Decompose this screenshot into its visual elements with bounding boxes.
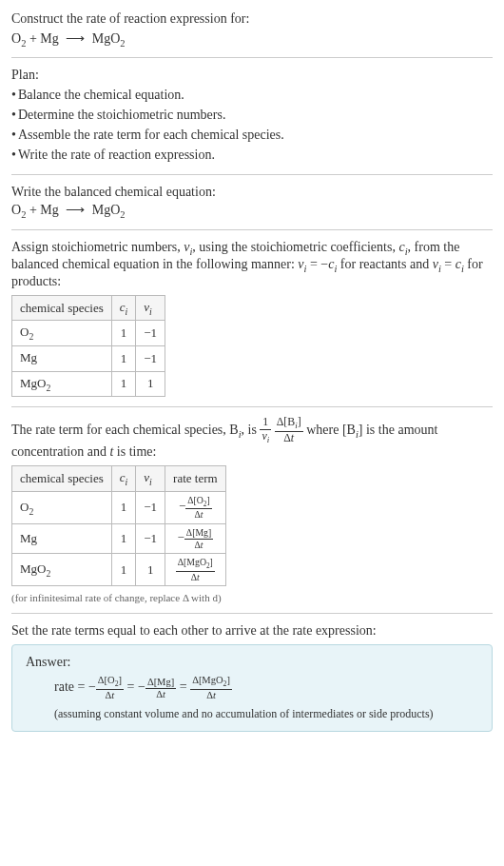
prompt-equation: O2 + Mg ⟶ MgO2 — [11, 30, 493, 49]
bullet-icon: • — [11, 128, 16, 142]
fraction: Δ[MgO2] Δt — [190, 676, 232, 700]
table-header-row: chemical species ci νi rate term — [12, 466, 226, 492]
plan-item: •Assemble the rate term for each chemica… — [11, 125, 493, 145]
bullet-icon: • — [11, 88, 16, 102]
rateterm-section: The rate term for each chemical species,… — [11, 417, 493, 603]
answer-rate-expression: rate = − Δ[O2] Δt = − Δ[Mg] Δt = Δ[MgO2]… — [54, 676, 478, 700]
arrow-icon: ⟶ — [66, 30, 85, 47]
stoich-section: Assign stoichiometric numbers, νi, using… — [11, 240, 493, 397]
rateterm-footnote: (for infinitesimal rate of change, repla… — [11, 592, 493, 603]
divider — [11, 613, 493, 614]
table-header-row: chemical species ci νi — [12, 295, 165, 321]
bullet-icon: • — [11, 148, 16, 162]
col-nui: νi — [136, 466, 165, 492]
answer-label: Answer: — [26, 655, 478, 670]
fraction: Δ[O2] Δt — [185, 496, 211, 520]
answer-box: Answer: rate = − Δ[O2] Δt = − Δ[Mg] Δt =… — [11, 644, 493, 731]
fraction: Δ[Mg] Δt — [184, 528, 213, 550]
col-ci: ci — [111, 466, 136, 492]
col-ci: ci — [111, 295, 136, 321]
prompt-section: Construct the rate of reaction expressio… — [11, 10, 493, 48]
plan-list: •Balance the chemical equation. •Determi… — [11, 85, 493, 165]
plan-item: •Determine the stoichiometric numbers. — [11, 105, 493, 125]
table-row: O2 1 −1 — [12, 321, 165, 346]
divider — [11, 229, 493, 230]
col-species: chemical species — [12, 466, 112, 492]
fraction: Δ[Bi] Δt — [275, 417, 303, 444]
divider — [11, 57, 493, 58]
balanced-text: Write the balanced chemical equation: — [11, 185, 493, 200]
table-row: MgO2 1 1 — [12, 371, 165, 397]
table-row: MgO2 1 1 Δ[MgO2] Δt — [12, 554, 226, 586]
balanced-section: Write the balanced chemical equation: O2… — [11, 185, 493, 220]
answer-note: (assuming constant volume and no accumul… — [54, 707, 478, 721]
divider — [11, 406, 493, 407]
col-species: chemical species — [12, 295, 112, 321]
final-text: Set the rate terms equal to each other t… — [11, 623, 493, 639]
table-row: O2 1 −1 − Δ[O2] Δt — [12, 491, 226, 523]
fraction: Δ[Mg] Δt — [145, 678, 176, 700]
fraction: 1 νi — [260, 417, 271, 444]
fraction: Δ[MgO2] Δt — [176, 558, 215, 581]
mgo2-label: MgO2 — [88, 31, 125, 46]
rateterm-table: chemical species ci νi rate term O2 1 −1… — [11, 465, 226, 586]
plan-item: •Balance the chemical equation. — [11, 85, 493, 105]
o2-label: O2 — [11, 31, 26, 46]
balanced-equation: O2 + Mg ⟶ MgO2 — [11, 202, 493, 220]
col-nui: νi — [136, 295, 165, 321]
bullet-icon: • — [11, 108, 16, 122]
plan-label: Plan: — [11, 68, 493, 83]
table-row: Mg 1 −1 − Δ[Mg] Δt — [12, 523, 226, 554]
divider — [11, 174, 493, 175]
stoich-text: Assign stoichiometric numbers, νi, using… — [11, 240, 493, 289]
fraction: Δ[O2] Δt — [96, 676, 124, 700]
table-row: Mg 1 −1 — [12, 345, 165, 371]
plan-item: •Write the rate of reaction expression. — [11, 145, 493, 165]
stoich-table: chemical species ci νi O2 1 −1 Mg 1 −1 M… — [11, 295, 165, 397]
prompt-text: Construct the rate of reaction expressio… — [11, 10, 493, 29]
rateterm-text: The rate term for each chemical species,… — [11, 417, 493, 460]
arrow-icon: ⟶ — [66, 202, 85, 218]
plan-section: Plan: •Balance the chemical equation. •D… — [11, 68, 493, 165]
final-section: Set the rate terms equal to each other t… — [11, 623, 493, 731]
col-rateterm: rate term — [165, 466, 226, 492]
